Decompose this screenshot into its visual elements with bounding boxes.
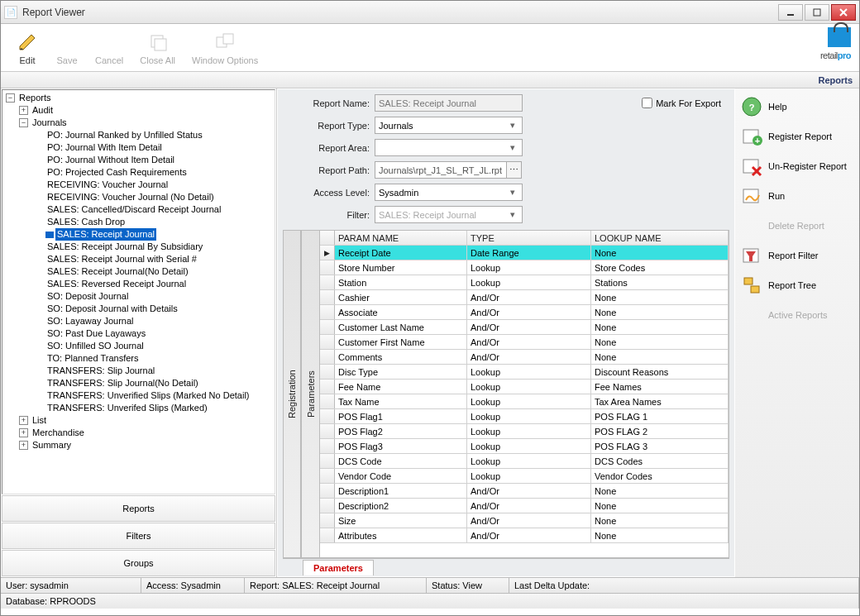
right-panel: ?Help +Register Report Un-Register Repor… <box>735 88 859 577</box>
svg-rect-21 <box>744 278 752 284</box>
app-icon: 📄 <box>4 6 17 19</box>
tree-item[interactable]: TRANSFERS: Slip Journal <box>45 365 273 377</box>
report-path-input[interactable] <box>375 161 507 179</box>
col-lookup[interactable]: LOOKUP NAME <box>591 231 729 245</box>
report-tree-action[interactable]: Report Tree <box>738 270 856 300</box>
grid-row[interactable]: POS Flag3LookupPOS FLAG 3 <box>320 439 729 454</box>
filter-select[interactable]: SALES: Receipt Journal▾ <box>375 206 523 223</box>
unregister-action[interactable]: Un-Register Report <box>738 151 856 181</box>
nav-groups[interactable]: Groups <box>2 550 275 576</box>
grid-row[interactable]: AttributesAnd/OrNone <box>320 528 729 543</box>
closeall-icon <box>146 31 170 54</box>
tree-item[interactable]: SO: Layaway Journal <box>45 315 273 327</box>
mark-export-checkbox[interactable] <box>642 98 652 108</box>
bag-icon <box>828 27 851 47</box>
status-bar-2: Database: RPROODS <box>1 593 859 609</box>
tree-journals[interactable]: −Journals <box>19 117 273 129</box>
report-type-select[interactable]: Journals▾ <box>375 117 523 134</box>
unregister-icon <box>740 155 763 178</box>
breadcrumb: Reports <box>1 72 859 88</box>
tree-item[interactable]: SALES: Receipt Journal By Subsidiary <box>45 241 273 253</box>
grid-row[interactable]: CommentsAnd/OrNone <box>320 350 729 365</box>
report-filter-action[interactable]: Report Filter <box>738 241 856 270</box>
tree-item[interactable]: SALES: Receipt Journal(No Detail) <box>45 265 273 278</box>
window-title: Report Viewer <box>22 7 776 18</box>
tree-icon <box>740 274 763 297</box>
maximize-button[interactable] <box>805 4 829 21</box>
vtab-parameters[interactable]: Parameters <box>301 230 319 558</box>
run-icon <box>740 184 763 208</box>
tree-item[interactable]: PO: Journal Ranked by Unfilled Status <box>45 129 273 141</box>
nav-reports[interactable]: Reports <box>2 495 275 522</box>
grid-row[interactable]: DCS CodeLookupDCS Codes <box>320 454 729 469</box>
grid-row[interactable]: CashierAnd/OrNone <box>320 290 729 305</box>
grid-row[interactable]: Receipt DateDate RangeNone <box>320 246 729 260</box>
tree-item[interactable]: SALES: Reversed Receipt Journal <box>45 278 273 290</box>
close-button[interactable] <box>831 4 856 21</box>
cancel-label: Cancel <box>95 55 123 65</box>
tree-item[interactable]: SALES: Cancelled/Discard Receipt Journal <box>45 203 273 216</box>
grid-row[interactable]: Store NumberLookupStore Codes <box>320 260 729 275</box>
grid-row[interactable]: Customer First NameAnd/OrNone <box>320 335 729 350</box>
vtab-registration[interactable]: Registration <box>283 230 301 558</box>
tree-root[interactable]: −Reports <box>6 92 273 104</box>
grid-row[interactable]: AssociateAnd/OrNone <box>320 305 729 320</box>
tree-summary[interactable]: +Summary <box>19 439 273 451</box>
tree-item[interactable]: SALES: Receipt Journal with Serial # <box>45 253 273 265</box>
save-label: Save <box>56 55 77 65</box>
tree-item[interactable]: TRANSFERS: Slip Journal(No Detail) <box>45 377 273 389</box>
tree-item[interactable]: PO: Projected Cash Requirements <box>45 166 273 179</box>
edit-label: Edit <box>20 55 36 65</box>
help-action[interactable]: ?Help <box>738 92 856 122</box>
grid-row[interactable]: Customer Last NameAnd/OrNone <box>320 320 729 335</box>
grid-row[interactable]: SizeAnd/OrNone <box>320 513 729 528</box>
pencil-icon <box>16 31 39 54</box>
tree-item[interactable]: SALES: Cash Drop <box>45 216 273 228</box>
tree-item[interactable]: SO: Past Due Layaways <box>45 327 273 340</box>
browse-button[interactable]: ⋯ <box>507 161 522 179</box>
report-name-input <box>375 94 523 112</box>
tree-item[interactable]: SALES: Receipt Journal <box>45 228 273 241</box>
tree-item[interactable]: TRANSFERS: Unverified Slips (Marked No D… <box>45 389 273 402</box>
run-action[interactable]: Run <box>738 181 856 211</box>
tree-item[interactable]: SO: Unfilled SO Journal <box>45 340 273 352</box>
grid-row[interactable]: Tax NameLookupTax Area Names <box>320 394 729 409</box>
report-tree[interactable]: −Reports+Audit−JournalsPO: Journal Ranke… <box>2 89 275 494</box>
status-user: sysadmin <box>30 580 68 590</box>
grid-body[interactable]: Receipt DateDate RangeNoneStore NumberLo… <box>320 246 729 557</box>
tree-audit[interactable]: +Audit <box>19 104 273 117</box>
status-report: SALES: Receipt Journal <box>282 580 380 590</box>
tree-item[interactable]: PO: Journal With Item Detail <box>45 141 273 154</box>
tree-item[interactable]: TO: Planned Transfers <box>45 352 273 365</box>
register-action[interactable]: +Register Report <box>738 122 856 151</box>
report-area-select[interactable]: ▾ <box>375 139 523 156</box>
grid-row[interactable]: Vendor CodeLookupVendor Codes <box>320 469 729 484</box>
grid-row[interactable]: POS Flag1LookupPOS FLAG 1 <box>320 409 729 424</box>
tree-item[interactable]: SO: Deposit Journal with Details <box>45 303 273 315</box>
tab-parameters[interactable]: Parameters <box>303 560 374 575</box>
grid-row[interactable]: Description2And/OrNone <box>320 499 729 513</box>
tree-list[interactable]: +List <box>19 414 273 427</box>
grid-row[interactable]: POS Flag2LookupPOS FLAG 2 <box>320 424 729 439</box>
tree-item[interactable]: RECEIVING: Voucher Journal <box>45 179 273 191</box>
tree-merchandise[interactable]: +Merchandise <box>19 427 273 439</box>
access-level-select[interactable]: Sysadmin▾ <box>375 184 523 201</box>
title-bar: 📄 Report Viewer <box>1 1 859 24</box>
col-type[interactable]: TYPE <box>467 231 591 245</box>
grid-row[interactable]: Description1And/OrNone <box>320 484 729 499</box>
edit-button[interactable]: Edit <box>7 29 47 67</box>
closeall-label: Close All <box>140 55 175 65</box>
tree-item[interactable]: RECEIVING: Voucher Journal (No Detail) <box>45 191 273 203</box>
tree-item[interactable]: PO: Journal Without Item Detail <box>45 154 273 166</box>
grid-header: PARAM NAME TYPE LOOKUP NAME <box>320 231 729 246</box>
grid-row[interactable]: StationLookupStations <box>320 275 729 290</box>
tree-item[interactable]: TRANSFERS: Unverifed Slips (Marked) <box>45 402 273 414</box>
col-param-name[interactable]: PARAM NAME <box>335 231 467 245</box>
grid-row[interactable]: Fee NameLookupFee Names <box>320 380 729 394</box>
chevron-down-icon: ▾ <box>506 209 518 220</box>
minimize-button[interactable] <box>778 4 803 21</box>
tree-item[interactable]: SO: Deposit Journal <box>45 290 273 303</box>
nav-filters[interactable]: Filters <box>2 523 275 549</box>
grid-row[interactable]: Disc TypeLookupDiscount Reasons <box>320 365 729 380</box>
center-panel: Report Name: Mark For Export Report Type… <box>277 88 735 577</box>
